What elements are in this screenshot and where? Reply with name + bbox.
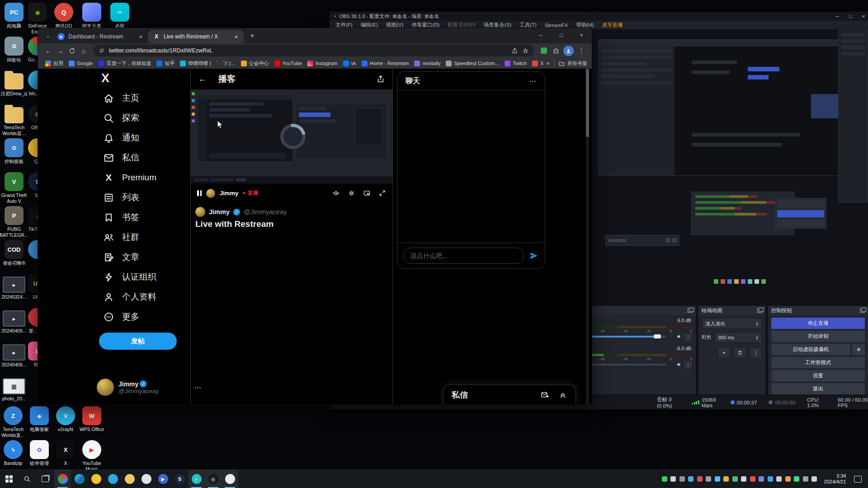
tray-icon[interactable]	[811, 476, 817, 482]
account-menu-icon[interactable]: ⋯	[194, 383, 202, 392]
sidebar-item-articles[interactable]: 文章	[98, 247, 162, 267]
tray-icon[interactable]	[776, 476, 782, 482]
browser-menu-icon[interactable]: ⋮	[576, 45, 587, 56]
sidebar-item-verified-orgs[interactable]: 认证组织	[98, 267, 162, 287]
bookmark-item[interactable]: Google	[66, 60, 95, 67]
page-scrollbar[interactable]	[586, 69, 589, 404]
obs-menu-item[interactable]: 视图(V)	[382, 22, 407, 28]
file-explorer[interactable]	[121, 470, 138, 488]
bandizip[interactable]: ϟ Bandizip	[0, 439, 26, 473]
media-player[interactable]: ▶	[155, 470, 171, 488]
reload-icon[interactable]	[66, 45, 78, 56]
settings-button[interactable]: 设置	[771, 370, 865, 381]
obs-menu-item[interactable]: StreamFX	[541, 23, 572, 28]
browser-maximize-icon[interactable]: □	[551, 28, 571, 42]
fullscreen-icon[interactable]	[378, 189, 386, 197]
extension-icon[interactable]	[538, 45, 550, 56]
obs-menu-item[interactable]: 配置文件(P)	[443, 22, 479, 28]
bookmark-item[interactable]: vk	[340, 60, 359, 67]
tray-icon[interactable]	[670, 476, 676, 482]
edge[interactable]	[71, 470, 88, 488]
obs-minimize-icon[interactable]: ─	[835, 14, 839, 19]
tray-icon[interactable]	[688, 476, 693, 482]
mixer-ch2-menu-icon[interactable]: ⋮	[683, 360, 693, 370]
photo-file[interactable]: ▦ photo_20...	[0, 375, 28, 408]
sidebar-item-bookmarks[interactable]: 书签	[98, 207, 162, 227]
pause-icon[interactable]	[197, 190, 202, 196]
dock-float-icon[interactable]	[757, 309, 762, 313]
v2rayn[interactable]: ✓	[188, 470, 205, 488]
obs-menu-item[interactable]: 场景集合(S)	[480, 22, 515, 28]
site-settings-icon[interactable]	[99, 47, 105, 54]
obs-titlebar[interactable]: ◔ OBS 30.1.0 - 配置文件: 未命名 - 场景: 未命名 ─ □ ×	[330, 12, 868, 21]
tray-icon[interactable]	[706, 476, 711, 482]
start-virtual-camera-button[interactable]: 启动虚拟摄像机	[771, 344, 850, 355]
bookmark-item[interactable]: Home - Restream	[359, 60, 412, 67]
task-view-icon[interactable]	[36, 470, 54, 488]
chrome[interactable]	[54, 470, 71, 488]
bookmark-item[interactable]: Twitch	[502, 60, 529, 67]
tray-icon[interactable]	[803, 476, 808, 482]
sidebar-item-explore[interactable]: 探索	[98, 108, 162, 128]
back-arrow-icon[interactable]: ←	[198, 74, 207, 84]
pc-manager[interactable]: ◈ 电脑管家	[26, 405, 52, 439]
home-icon[interactable]: ⌂	[78, 45, 90, 56]
tab-close-icon[interactable]: ×	[137, 33, 144, 40]
tray-icon[interactable]	[732, 476, 738, 482]
sidebar-item-messages[interactable]: 私信	[98, 148, 162, 168]
expand-drawer-icon[interactable]	[558, 390, 567, 399]
virtual-camera-settings-icon[interactable]	[852, 344, 865, 355]
url-text[interactable]: twitter.com/l/broadcasts/1RDxlIWEzwRxL	[109, 47, 507, 54]
steam[interactable]: S	[171, 470, 188, 488]
terratech-zip[interactable]: Z TerraTech Worlds直...	[0, 405, 26, 439]
obs-menu-item[interactable]: 文件(F)	[331, 22, 357, 28]
obs-menu-item[interactable]: 虎牙直播	[598, 22, 627, 28]
youtube-music[interactable]: ▶ YouTube Music	[79, 439, 105, 473]
sidebar-item-communities[interactable]: 社群	[98, 227, 162, 247]
obs-menu-item[interactable]: 停靠窗口(D)	[407, 22, 443, 28]
chat-input[interactable]	[404, 248, 524, 264]
video-player[interactable]	[191, 89, 392, 183]
bookmarks-overflow-icon[interactable]: »	[543, 60, 552, 66]
pip-icon[interactable]	[363, 189, 371, 197]
post-button[interactable]: 发帖	[99, 333, 177, 350]
sidebar-item-more[interactable]: 更多	[98, 307, 162, 327]
android-emulator[interactable]	[222, 470, 238, 488]
x-logo[interactable]: X	[101, 71, 109, 85]
tray-icon[interactable]	[715, 476, 720, 482]
browser-close-icon[interactable]: ×	[571, 28, 592, 42]
share-icon[interactable]	[511, 47, 518, 54]
sidebar-item-premium[interactable]: X Premium	[98, 168, 162, 188]
mixer-ch2-speaker-icon[interactable]: 🔊︎	[677, 361, 680, 367]
mixer-ch1-menu-icon[interactable]: ⋮	[683, 332, 693, 342]
tray-icon[interactable]	[794, 476, 799, 482]
studio-mode-button[interactable]: 工作室模式	[771, 357, 865, 368]
extensions-puzzle-icon[interactable]	[550, 45, 561, 56]
mixer-ch1-speaker-icon[interactable]: 🔊︎	[677, 333, 680, 339]
bookmark-item[interactable]: XDGAME - 专注单...	[529, 60, 543, 67]
address-bar[interactable]: twitter.com/l/broadcasts/1RDxlIWEzwRxL	[93, 45, 534, 56]
v2rayn[interactable]: V v2rayN	[52, 405, 79, 439]
bookmark-item[interactable]: 百度一下，你就知道	[95, 60, 154, 67]
new-tab-icon[interactable]: +	[246, 30, 258, 42]
forward-icon[interactable]: →	[54, 45, 66, 56]
x-app[interactable]: X X	[52, 439, 79, 473]
wps-office[interactable]: W WPS Office	[79, 405, 105, 439]
all-bookmarks-button[interactable]: 所有书签	[554, 60, 587, 67]
taskbar-search-icon[interactable]	[18, 470, 36, 488]
telegram[interactable]	[104, 470, 121, 488]
account-switcher[interactable]: Jimmy✓ @Jimmyaceay ⋯	[97, 379, 202, 396]
tray-icon[interactable]	[662, 476, 667, 482]
sidebar-item-lists[interactable]: 列表	[98, 188, 162, 207]
new-message-icon[interactable]	[540, 390, 549, 399]
start-button[interactable]	[0, 470, 18, 488]
obs-menu-item[interactable]: 工具(T)	[515, 22, 541, 28]
bookmark-star-icon[interactable]	[522, 47, 529, 54]
tray-icon[interactable]	[723, 476, 729, 482]
muted-speaker-icon[interactable]	[332, 189, 340, 197]
profile-avatar[interactable]	[563, 46, 574, 56]
tray-icon[interactable]	[741, 476, 746, 482]
stop-streaming-button[interactable]: 停止直播	[771, 318, 865, 329]
bookmark-item[interactable]: YouTube	[272, 60, 305, 67]
duration-spinbox[interactable]: 300 ms ▲▼	[714, 332, 762, 343]
